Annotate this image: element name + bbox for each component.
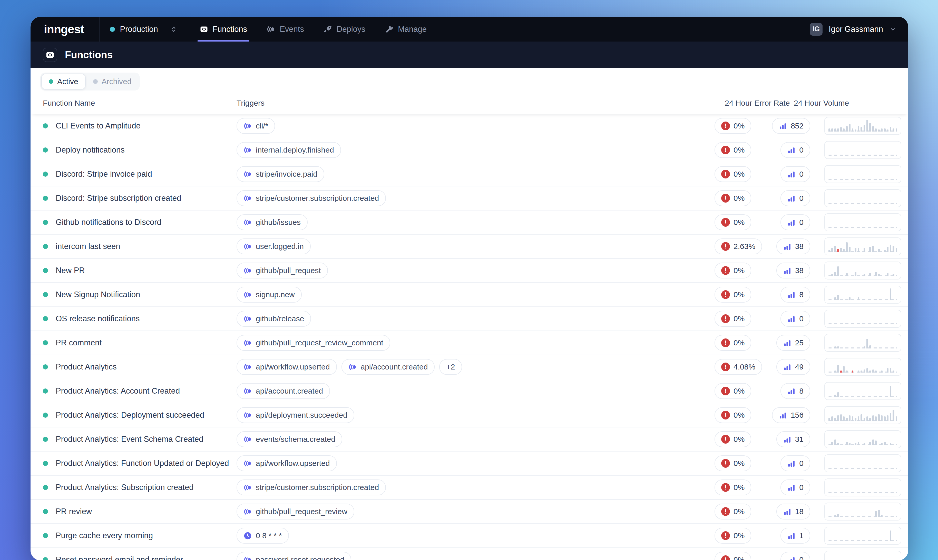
function-row[interactable]: Product Analytics: Account Created api/a… bbox=[31, 379, 908, 403]
environment-label: Production bbox=[120, 25, 158, 34]
volume-sparkline bbox=[824, 454, 901, 472]
volume-sparkline bbox=[824, 286, 901, 304]
volume-cell: 0 bbox=[781, 311, 810, 327]
function-name-cell: Product Analytics: Function Updated or D… bbox=[43, 459, 237, 468]
volume-cell: 0 bbox=[781, 190, 810, 206]
function-row[interactable]: OS release notifications github/release … bbox=[31, 307, 908, 331]
nav-tabs: Functions Events Deploys Manage bbox=[200, 17, 427, 42]
sparkline-bars bbox=[829, 481, 897, 493]
error-alert-icon bbox=[721, 555, 730, 560]
triggers-cell: api/account.created bbox=[237, 383, 715, 399]
status-dot bbox=[43, 244, 48, 249]
volume-sparkline bbox=[824, 334, 901, 352]
error-rate-pill: 0% bbox=[715, 335, 751, 351]
function-row[interactable]: Product Analytics api/workflow.upserteda… bbox=[31, 355, 908, 379]
status-dot bbox=[43, 557, 48, 560]
event-trigger-badge: stripe/customer.subscription.created bbox=[237, 480, 386, 495]
user-menu[interactable]: IG Igor Gassmann bbox=[810, 17, 908, 42]
error-rate-cell: 0% bbox=[715, 431, 776, 447]
functions-table: Function Name Triggers 24 Hour Error Rat… bbox=[31, 92, 908, 560]
tab-events[interactable]: Events bbox=[266, 17, 304, 42]
volume-sparkline bbox=[824, 237, 901, 255]
function-name-cell: PR review bbox=[43, 507, 237, 516]
error-rate-cell: 0% bbox=[715, 504, 776, 520]
error-alert-icon bbox=[721, 122, 730, 130]
function-row[interactable]: New PR github/pull_request 0% 38 bbox=[31, 259, 908, 283]
error-rate-cell: 0% bbox=[715, 383, 776, 399]
sparkline-cell bbox=[817, 117, 908, 135]
functions-icon-button[interactable] bbox=[43, 48, 57, 62]
manage-icon bbox=[385, 25, 394, 34]
error-rate-pill: 0% bbox=[715, 552, 751, 560]
error-rate-value: 4.08% bbox=[733, 363, 755, 371]
tab-deploys[interactable]: Deploys bbox=[323, 17, 365, 42]
header-triggers: Triggers bbox=[237, 99, 715, 108]
function-row[interactable]: CLI Events to Amplitude cli/* 0% 852 bbox=[31, 114, 908, 138]
function-row[interactable]: PR comment github/pull_request_review_co… bbox=[31, 331, 908, 355]
error-rate-pill: 0% bbox=[715, 166, 751, 182]
function-row[interactable]: Deploy notifications internal.deploy.fin… bbox=[31, 138, 908, 162]
error-rate-pill: 0% bbox=[715, 263, 751, 278]
function-row[interactable]: intercom last seen user.logged.in 2.63% … bbox=[31, 235, 908, 259]
volume-pill: 38 bbox=[776, 263, 810, 278]
volume-pill: 25 bbox=[776, 335, 810, 351]
sparkline-bars bbox=[829, 216, 897, 228]
function-row[interactable]: Product Analytics: Subscription created … bbox=[31, 475, 908, 500]
function-row[interactable]: Product Analytics: Event Schema Created … bbox=[31, 428, 908, 452]
error-alert-icon bbox=[721, 218, 730, 227]
error-rate-cell: 0% bbox=[715, 214, 776, 230]
volume-cell: 0 bbox=[781, 142, 810, 158]
function-row[interactable]: Github notifications to Discord github/i… bbox=[31, 211, 908, 235]
environment-switcher[interactable]: Production bbox=[100, 17, 189, 42]
function-row[interactable]: Discord: Stripe subscription created str… bbox=[31, 186, 908, 211]
tab-functions[interactable]: Functions bbox=[200, 17, 247, 42]
error-rate-pill: 0% bbox=[715, 287, 751, 303]
sparkline-bars bbox=[829, 336, 897, 348]
volume-pill: 0 bbox=[781, 455, 810, 471]
function-row[interactable]: New Signup Notification signup.new 0% 8 bbox=[31, 283, 908, 307]
volume-value: 0 bbox=[799, 459, 804, 468]
top-nav: inngest Production Functions Events Depl… bbox=[31, 17, 908, 42]
error-rate-cell: 0% bbox=[715, 311, 776, 327]
error-rate-pill: 2.63% bbox=[715, 238, 762, 254]
error-rate-cell: 0% bbox=[715, 263, 776, 278]
volume-value: 25 bbox=[795, 338, 804, 347]
function-row[interactable]: Reset password email and reminder passwo… bbox=[31, 548, 908, 560]
environment-status-dot bbox=[110, 27, 115, 32]
volume-value: 0 bbox=[799, 146, 804, 154]
error-rate-cell: 2.63% bbox=[715, 238, 776, 254]
sparkline-cell bbox=[817, 286, 908, 304]
volume-value: 8 bbox=[799, 387, 804, 395]
function-row[interactable]: Purge cache every morning 0 8 * * * 0% 1 bbox=[31, 524, 908, 548]
error-rate-pill: 0% bbox=[715, 214, 751, 230]
function-row[interactable]: Discord: Stripe invoice paid stripe/invo… bbox=[31, 162, 908, 186]
function-row[interactable]: Product Analytics: Deployment succeeded … bbox=[31, 403, 908, 428]
volume-sparkline bbox=[824, 406, 901, 424]
event-trigger-badge: stripe/invoice.paid bbox=[237, 166, 324, 182]
status-dot bbox=[43, 195, 48, 201]
filter-status-dot bbox=[93, 79, 98, 84]
tab-label: Deploys bbox=[337, 25, 365, 34]
volume-pill: 49 bbox=[776, 359, 810, 375]
triggers-cell: github/pull_request_review_comment bbox=[237, 335, 715, 351]
filter-active[interactable]: Active bbox=[41, 74, 86, 89]
function-row[interactable]: Product Analytics: Function Updated or D… bbox=[31, 452, 908, 475]
function-row[interactable]: PR review github/pull_request_review 0% … bbox=[31, 500, 908, 524]
status-dot bbox=[43, 220, 48, 225]
volume-value: 156 bbox=[791, 411, 804, 420]
error-rate-value: 0% bbox=[733, 411, 745, 420]
triggers-cell: api/deployment.succeeded bbox=[237, 407, 715, 423]
function-name: Purge cache every morning bbox=[55, 531, 153, 540]
filter-archived[interactable]: Archived bbox=[86, 74, 139, 89]
volume-sparkline bbox=[824, 141, 901, 159]
error-rate-cell: 0% bbox=[715, 552, 776, 560]
filter-status-dot bbox=[49, 79, 53, 84]
sparkline-cell bbox=[817, 141, 908, 159]
volume-cell: 0 bbox=[781, 480, 810, 495]
error-rate-cell: 0% bbox=[715, 455, 776, 471]
status-dot bbox=[43, 437, 48, 442]
event-trigger-badge: signup.new bbox=[237, 287, 302, 303]
error-rate-pill: 0% bbox=[715, 118, 751, 134]
sparkline-bars bbox=[829, 409, 897, 421]
tab-manage[interactable]: Manage bbox=[385, 17, 427, 42]
